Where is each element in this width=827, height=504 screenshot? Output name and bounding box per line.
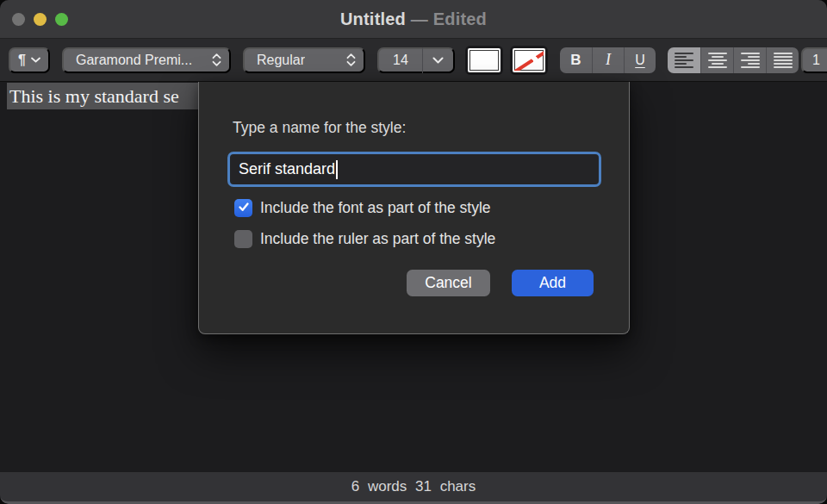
underline-button[interactable]: U <box>624 47 656 73</box>
up-down-chevrons-icon <box>346 53 356 66</box>
include-font-checkbox[interactable] <box>234 199 252 217</box>
no-color-swatch <box>514 50 544 71</box>
textedit-window: Untitled — Edited ¶ Garamond Premi... Re… <box>0 0 827 504</box>
style-name-input[interactable]: Serif standard <box>227 152 601 187</box>
include-ruler-checkbox[interactable] <box>234 230 252 248</box>
format-toolbar: ¶ Garamond Premi... Regular 14 <box>0 39 827 82</box>
document-selected-text[interactable]: This is my standard se <box>7 83 200 109</box>
close-button[interactable] <box>12 13 25 26</box>
include-font-label[interactable]: Include the font as part of the style <box>260 199 491 217</box>
dialog-prompt: Type a name for the style: <box>233 119 406 137</box>
align-center-icon <box>708 53 727 68</box>
text-color-swatch <box>469 50 499 71</box>
up-down-chevrons-icon <box>212 53 221 66</box>
document-area: This is my standard se Type a name for t… <box>0 82 827 472</box>
chevron-down-icon <box>432 57 444 64</box>
cancel-button[interactable]: Cancel <box>407 270 490 296</box>
italic-button[interactable]: I <box>592 47 624 73</box>
checkmark-icon <box>238 202 250 213</box>
alignment-group <box>668 47 799 73</box>
background-color-well[interactable] <box>510 46 548 75</box>
add-button[interactable]: Add <box>512 270 594 296</box>
text-color-well[interactable] <box>465 46 503 75</box>
align-right-button[interactable] <box>733 47 766 73</box>
align-justify-button[interactable] <box>766 47 799 73</box>
typeface-value: Regular <box>257 53 305 68</box>
edited-badge: — Edited <box>411 9 487 28</box>
font-family-popup[interactable]: Garamond Premi... <box>62 47 231 73</box>
bold-button[interactable]: B <box>560 47 592 73</box>
status-bar: 6 words 31 chars <box>0 472 827 504</box>
window-title: Untitled — Edited <box>340 9 487 29</box>
include-ruler-label[interactable]: Include the ruler as part of the style <box>260 230 495 248</box>
align-left-icon <box>675 53 693 68</box>
font-size-combo[interactable]: 14 <box>377 47 455 73</box>
minimize-button[interactable] <box>34 13 47 26</box>
style-name-value: Serif standard <box>239 160 335 178</box>
zoom-button[interactable] <box>55 13 68 26</box>
text-style-group: B I U <box>560 47 656 73</box>
paragraph-styles-button[interactable]: ¶ <box>9 47 50 73</box>
align-center-button[interactable] <box>700 47 733 73</box>
word-char-count: 6 words 31 chars <box>351 478 476 495</box>
align-left-button[interactable] <box>668 47 700 73</box>
document-title: Untitled <box>340 9 406 28</box>
titlebar: Untitled — Edited <box>0 0 827 39</box>
font-family-value: Garamond Premi... <box>76 53 192 68</box>
line-spacing-popup[interactable]: 1 <box>801 47 827 73</box>
align-justify-icon <box>774 53 793 68</box>
save-style-sheet-dialog: Type a name for the style: Serif standar… <box>198 82 630 334</box>
font-size-value: 14 <box>379 53 422 68</box>
chevron-down-icon <box>31 57 40 63</box>
typeface-popup[interactable]: Regular <box>243 47 365 73</box>
line-spacing-value: 1 <box>812 53 820 68</box>
no-color-slash-icon <box>514 50 544 71</box>
pilcrow-icon: ¶ <box>18 53 26 68</box>
text-caret <box>336 160 338 179</box>
align-right-icon <box>741 53 760 68</box>
traffic-lights <box>12 13 68 26</box>
include-font-row: Include the font as part of the style <box>234 199 491 217</box>
include-ruler-row: Include the ruler as part of the style <box>234 230 495 248</box>
